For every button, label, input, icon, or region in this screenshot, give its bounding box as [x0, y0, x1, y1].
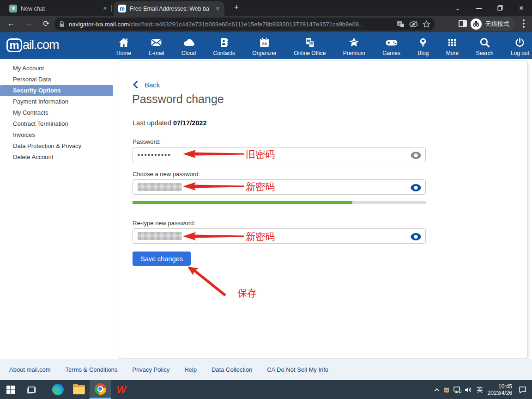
translate-icon[interactable]: A [397, 20, 405, 28]
sidebar-item-delete-account[interactable]: Delete Account [0, 152, 115, 163]
tab-search-chevron-icon[interactable]: ⌄ [447, 0, 468, 16]
last-updated-date: 07/17/2022 [173, 119, 207, 127]
nav-item-contacts[interactable]: Contacts [213, 32, 235, 59]
new-tab-button[interactable]: + [231, 3, 242, 12]
browser-menu-icon[interactable]: ••• [520, 19, 527, 29]
sidebar-item-my-account[interactable]: My Account [0, 63, 115, 74]
nav-item-email[interactable]: E-mail [148, 32, 164, 59]
chrome-icon [95, 383, 106, 395]
footer-link-terms[interactable]: Terms & Conditions [66, 366, 118, 373]
nav-item-blog[interactable]: Blog [417, 32, 429, 59]
incognito-label: 无痕模式 [485, 20, 509, 28]
annotation-old-password: 旧密码 [246, 148, 275, 161]
save-changes-button[interactable]: Save changes [133, 252, 191, 266]
sidebar-item-payment-information[interactable]: Payment Information [0, 96, 115, 107]
password-masked-value: •••••••••• [138, 151, 171, 159]
taskbar-file-explorer-button[interactable] [68, 380, 90, 399]
games-icon [385, 37, 398, 49]
tray-clock[interactable]: 10:45 2023/4/26 [488, 383, 512, 396]
nav-item-online-office[interactable]: Online Office [294, 32, 326, 59]
tab-close-icon[interactable]: ✕ [103, 6, 107, 12]
side-panel-icon[interactable] [459, 20, 467, 29]
search-icon [479, 37, 490, 49]
start-button[interactable] [0, 380, 21, 399]
nav-label: Search [476, 50, 493, 56]
nav-label: Games [382, 50, 400, 56]
window-close-button[interactable]: ✕ [511, 0, 532, 16]
sidebar-item-data-protection[interactable]: Data Protection & Privacy [0, 141, 115, 152]
sidebar-item-invoices[interactable]: Invoices [0, 129, 115, 141]
premium-icon [348, 37, 360, 49]
url-path: /ciss?sid=a463291c442e731b003e60c6111e15… [129, 21, 392, 28]
svg-text:26: 26 [262, 41, 267, 46]
nav-label: E-mail [148, 50, 164, 56]
task-view-icon [27, 386, 36, 394]
tab-close-icon[interactable]: ✕ [216, 6, 220, 12]
footer-link-ca-do-not-sell[interactable]: CA Do Not Sell My Info [267, 366, 328, 373]
footer-link-privacy[interactable]: Privacy Policy [132, 366, 169, 373]
taskbar-chrome-button[interactable] [90, 380, 111, 399]
sidebar-item-my-contracts[interactable]: My Contracts [0, 107, 115, 118]
footer-link-help[interactable]: Help [184, 366, 197, 373]
nav-label: Premium [343, 50, 365, 56]
nav-item-search[interactable]: Search [476, 32, 493, 59]
tray-pet-app-icon[interactable] [443, 386, 450, 393]
forward-icon[interactable]: → [23, 19, 34, 28]
password-eye-off-icon[interactable] [409, 21, 418, 28]
footer-link-data-collection[interactable]: Data Collection [212, 366, 252, 373]
nav-item-cloud[interactable]: Cloud [181, 32, 196, 59]
censored-password-value [138, 183, 182, 191]
sidebar-item-security-options[interactable]: Security Options [0, 85, 113, 96]
password-strength-track [133, 201, 426, 204]
reload-icon[interactable]: ⟳ [41, 19, 52, 29]
bookmark-star-icon[interactable] [423, 20, 430, 28]
annotation-arrow-old-password [183, 149, 244, 159]
back-label: Back [145, 81, 160, 89]
new-password-input[interactable] [133, 179, 426, 195]
wps-icon: W [117, 384, 127, 396]
window-restore-button[interactable] [490, 0, 511, 16]
nav-item-premium[interactable]: Premium [343, 32, 365, 59]
tray-input-language[interactable]: 英 [477, 386, 483, 394]
tab-title: New chat [21, 6, 100, 12]
show-password-icon[interactable] [411, 184, 421, 193]
window-minimize-button[interactable]: — [468, 0, 490, 16]
tray-expand-chevron-icon[interactable] [434, 388, 440, 392]
taskbar-wps-button[interactable]: W [111, 380, 132, 399]
show-password-icon[interactable] [411, 152, 421, 161]
retype-password-input[interactable] [133, 228, 426, 244]
nav-item-organizer[interactable]: 26 Organizer [252, 32, 277, 59]
nav-item-logout[interactable]: Log out [511, 32, 529, 59]
back-icon[interactable]: ← [6, 19, 17, 28]
sidebar-item-personal-data[interactable]: Personal Data [0, 74, 115, 85]
task-view-button[interactable] [21, 380, 42, 399]
nav-item-more[interactable]: More [446, 32, 459, 59]
sidebar-item-contract-termination[interactable]: Contract Termination [0, 118, 115, 129]
tray-network-icon[interactable] [453, 387, 461, 393]
nav-label: Home [116, 50, 131, 56]
show-password-icon[interactable] [411, 233, 421, 242]
notification-center-icon[interactable] [519, 386, 526, 393]
footer-link-about[interactable]: About mail.com [9, 366, 51, 373]
tab-mailcom[interactable]: m Free Email Addresses: Web ba ✕ [114, 1, 224, 16]
back-link[interactable]: Back [133, 80, 160, 89]
tray-volume-icon[interactable] [465, 387, 472, 393]
annotation-new-password: 新密码 [246, 180, 275, 193]
mailcom-logo[interactable]: mail.com [6, 38, 59, 52]
nav-item-games[interactable]: Games [382, 32, 400, 59]
tab-separator [111, 5, 112, 12]
address-bar[interactable]: navigator-lxa.mail.com/ciss?sid=a463291c… [54, 18, 435, 31]
taskbar-edge-button[interactable] [47, 380, 68, 399]
nav-label: Cloud [181, 50, 196, 56]
blog-icon [418, 37, 428, 49]
nav-item-home[interactable]: Home [116, 32, 131, 59]
annotation-arrow-save [187, 266, 228, 297]
censored-password-value [138, 232, 182, 240]
page-footer: About mail.com Terms & Conditions Privac… [0, 359, 532, 380]
contacts-icon [218, 37, 230, 49]
last-updated: Last updated 07/17/2022 [133, 119, 206, 127]
tab-new-chat[interactable]: ✻ New chat ✕ [5, 1, 112, 16]
url-host: navigator-lxa.mail.com [69, 21, 129, 28]
password-input[interactable]: •••••••••• [133, 147, 426, 162]
browser-toolbar: ← → ⟳ navigator-lxa.mail.com/ciss?sid=a4… [0, 16, 532, 32]
